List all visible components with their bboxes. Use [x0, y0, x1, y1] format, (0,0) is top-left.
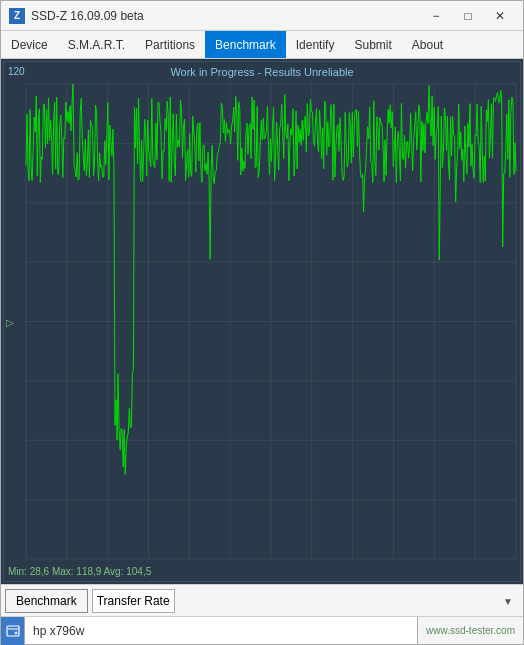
transfer-rate-select[interactable]: Transfer Rate Access Time Burst Rate: [92, 589, 175, 613]
menu-item-submit[interactable]: Submit: [344, 31, 401, 58]
svg-rect-1: [8, 628, 18, 630]
status-drive-icon: [1, 617, 25, 645]
app-icon: Z: [9, 8, 25, 24]
menu-item-about[interactable]: About: [402, 31, 453, 58]
menu-bar: Device S.M.A.R.T. Partitions Benchmark I…: [1, 31, 523, 59]
benchmark-chart-container: 120 Work in Progress - Results Unreliabl…: [3, 61, 521, 582]
menu-item-smart[interactable]: S.M.A.R.T.: [58, 31, 135, 58]
chart-stats: Min: 28,6 Max: 118,9 Avg: 104,5: [8, 566, 151, 577]
window-controls: − □ ✕: [421, 6, 515, 26]
menu-item-device[interactable]: Device: [1, 31, 58, 58]
title-bar: Z SSD-Z 16.09.09 beta − □ ✕: [1, 1, 523, 31]
minimize-button[interactable]: −: [421, 6, 451, 26]
menu-item-benchmark[interactable]: Benchmark: [205, 31, 286, 58]
chart-arrow: ▷: [6, 316, 14, 327]
menu-item-partitions[interactable]: Partitions: [135, 31, 205, 58]
status-bar: hp x796w www.ssd-tester.com: [1, 616, 523, 644]
window-title: SSD-Z 16.09.09 beta: [31, 9, 421, 23]
menu-item-identify[interactable]: Identify: [286, 31, 345, 58]
main-window: Z SSD-Z 16.09.09 beta − □ ✕ Device S.M.A…: [0, 0, 524, 645]
chart-title: Work in Progress - Results Unreliable: [4, 66, 520, 78]
chart-area: 120 Work in Progress - Results Unreliabl…: [1, 59, 523, 584]
close-button[interactable]: ✕: [485, 6, 515, 26]
svg-point-2: [14, 631, 17, 634]
benchmark-canvas: [4, 62, 520, 581]
bottom-toolbar: Benchmark Transfer Rate Access Time Burs…: [1, 584, 523, 616]
select-chevron-icon: ▼: [503, 595, 513, 606]
drive-icon-svg: [6, 624, 20, 638]
status-url: www.ssd-tester.com: [418, 617, 523, 644]
benchmark-button[interactable]: Benchmark: [5, 589, 88, 613]
svg-rect-0: [7, 626, 19, 636]
status-device-name: hp x796w: [25, 617, 418, 644]
transfer-select-wrapper: Transfer Rate Access Time Burst Rate ▼: [92, 589, 519, 613]
maximize-button[interactable]: □: [453, 6, 483, 26]
